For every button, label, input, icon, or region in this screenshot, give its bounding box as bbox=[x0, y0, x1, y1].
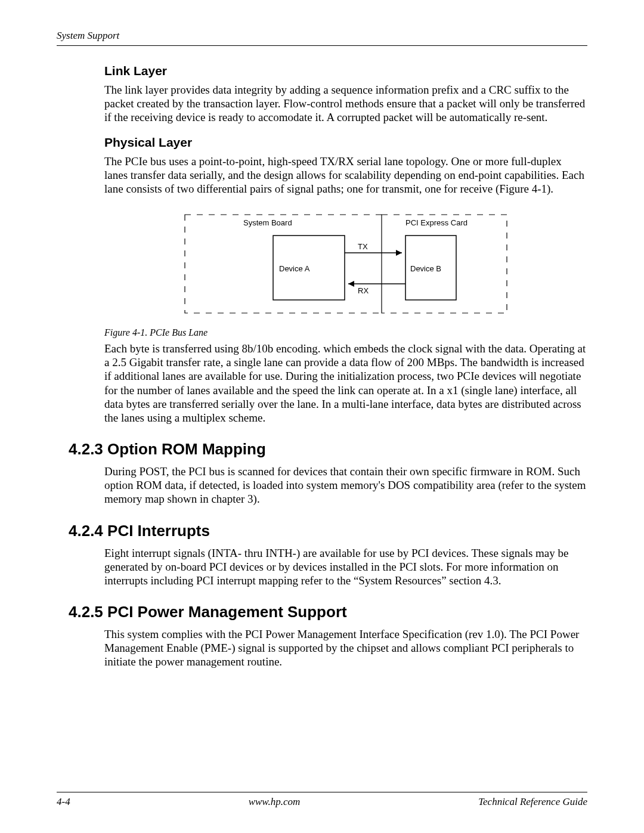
heading-link-layer: Link Layer bbox=[104, 64, 587, 78]
diagram-pci-express-card-label: PCI Express Card bbox=[405, 218, 467, 227]
text-option-rom: During POST, the PCI bus is scanned for … bbox=[104, 465, 587, 506]
running-header: System Support bbox=[57, 30, 587, 42]
diagram-device-b-label: Device B bbox=[410, 264, 441, 273]
pcie-bus-lane-diagram: System Board PCI Express Card Device A D… bbox=[104, 209, 587, 319]
page-body: Link Layer The link layer provides data … bbox=[57, 64, 587, 669]
text-pci-power: This system complies with the PCI Power … bbox=[104, 627, 587, 669]
heading-pci-power: 4.2.5 PCI Power Management Support bbox=[69, 603, 587, 621]
footer-doc-title: Technical Reference Guide bbox=[478, 796, 587, 808]
text-physical-detail: Each byte is transferred using 8b/10b en… bbox=[104, 342, 587, 425]
document-page: System Support Link Layer The link layer… bbox=[0, 0, 644, 833]
heading-physical-layer: Physical Layer bbox=[104, 135, 587, 150]
text-pci-interrupts: Eight interrupt signals (INTA- thru INTH… bbox=[104, 546, 587, 588]
diagram-tx-label: TX bbox=[358, 242, 368, 251]
svg-rect-1 bbox=[382, 215, 507, 313]
footer-url: www.hp.com bbox=[249, 796, 301, 808]
header-divider bbox=[57, 45, 587, 46]
svg-marker-7 bbox=[348, 281, 354, 287]
text-physical-intro: The PCIe bus uses a point-to-point, high… bbox=[104, 154, 587, 196]
svg-marker-5 bbox=[396, 250, 402, 256]
heading-pci-interrupts: 4.2.4 PCI Interrupts bbox=[69, 522, 587, 540]
diagram-device-a-label: Device A bbox=[279, 264, 310, 273]
figure-caption: Figure 4-1. PCIe Bus Lane bbox=[104, 327, 587, 338]
footer-page-number: 4-4 bbox=[57, 796, 70, 808]
text-link-layer: The link layer provides data integrity b… bbox=[104, 83, 587, 125]
diagram-rx-label: RX bbox=[358, 286, 369, 295]
diagram-system-board-label: System Board bbox=[243, 218, 292, 227]
footer-divider bbox=[57, 792, 587, 792]
heading-option-rom: 4.2.3 Option ROM Mapping bbox=[69, 440, 587, 459]
page-footer: 4-4 www.hp.com Technical Reference Guide bbox=[57, 792, 587, 808]
